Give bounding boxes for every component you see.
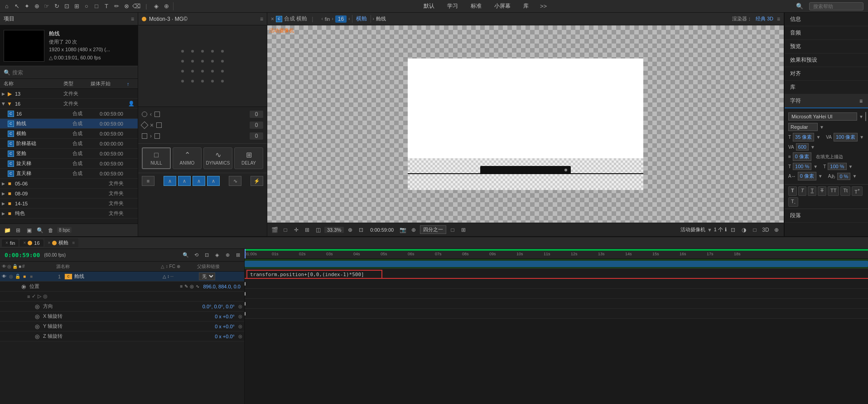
prop-value-position[interactable]: 896.0, 884.0, 0.0 (203, 284, 244, 289)
layer-name[interactable]: 舱线 (74, 273, 163, 280)
prop-value-zrot[interactable]: 0 x +0.0° (215, 334, 238, 339)
prop-reset-icon[interactable]: ◎ (238, 314, 244, 319)
superscript-button[interactable]: T+ (852, 186, 863, 196)
viewer-menu-icon[interactable]: ≡ (777, 16, 780, 22)
effects-panel-item[interactable]: 效果和预设 (785, 54, 868, 67)
color-circle-icon[interactable]: ⊕ (409, 225, 418, 234)
delay-button[interactable]: ⊞ DELAY (234, 147, 263, 169)
parent-select[interactable]: 无 (199, 273, 215, 280)
region-icon[interactable]: ◫ (313, 225, 323, 234)
timeline-search-icon[interactable]: 🔍 (181, 251, 190, 260)
list-item[interactable]: ▶ ■ 05-06 文件夹 (0, 179, 138, 189)
expr-enable-icon[interactable]: ◎ (190, 284, 194, 289)
fill-option[interactable]: 在填充上描边 (816, 154, 843, 160)
viewer-nav-arrow2[interactable]: ‹ (348, 16, 350, 21)
font-color-white[interactable] (865, 112, 866, 121)
list-item[interactable]: C 横舱 合成 0:00:59:00 (0, 129, 138, 139)
zoom-dropdown[interactable]: 33.3% (324, 227, 344, 233)
expression-display[interactable]: transform.position+[0,0,(index-1)*500] (246, 270, 382, 279)
prop-reset-icon[interactable]: ◎ (238, 334, 244, 339)
tl-tool3[interactable]: ◈ (212, 251, 222, 260)
menu-learn[interactable]: 学习 (445, 1, 460, 11)
audio-panel-item[interactable]: 音频 (785, 26, 868, 40)
zoom-icon[interactable]: ⊕ (346, 225, 355, 234)
font-name-input[interactable] (788, 112, 857, 121)
project-search-button[interactable]: 🔍 (35, 226, 44, 235)
viewer-close-icon[interactable]: × (271, 16, 274, 22)
shape-icon[interactable]: □ (92, 2, 101, 10)
null-button[interactable]: □ NULL (142, 147, 171, 169)
grid-toggle-icon[interactable]: ⊞ (303, 225, 312, 234)
list-item[interactable]: C 阶梯基础 合成 0:00:00:00 (0, 139, 138, 149)
tsume-value[interactable]: 0 % (837, 173, 850, 180)
motion-value-3[interactable]: 0 (250, 132, 263, 140)
camera-dropdown-icon[interactable]: ▼ (707, 227, 712, 233)
motion-menu-icon[interactable]: ≡ (260, 16, 263, 22)
draft-3d-icon[interactable]: 3D (761, 225, 770, 234)
character-panel-item[interactable]: 字符 ≡ (785, 94, 868, 108)
quarter-dropdown[interactable]: 四分之一 (420, 225, 446, 234)
list-item[interactable]: C 16 合成 0:00:59:00 (0, 109, 138, 119)
menu-small-screen[interactable]: 小屏幕 (492, 1, 512, 11)
expr-check-icon[interactable]: ✓ (32, 293, 36, 299)
fit-icon[interactable]: ⊡ (357, 225, 366, 234)
preview-panel-item[interactable]: 预览 (785, 40, 868, 54)
scale-v-dropdown[interactable]: ▼ (849, 164, 853, 169)
indent-value[interactable]: 0 像素 (793, 152, 811, 161)
prop-anim-icon[interactable]: ◎ (20, 283, 27, 290)
timeline-playhead[interactable] (245, 249, 246, 258)
wave-btn-ease[interactable]: ∧ (178, 176, 191, 186)
viewer-nav-comp1[interactable]: 横舱 (352, 15, 371, 23)
text-icon[interactable]: T (102, 2, 111, 10)
viewer-nav-num[interactable]: 16 (335, 15, 347, 23)
stroke-size-value[interactable]: 100 像素 (834, 133, 858, 141)
camera-icon[interactable]: ⊡ (63, 2, 71, 10)
camera-info-icon[interactable]: ℹ (725, 227, 727, 233)
viewer-expand-icon[interactable]: ⊞ (459, 225, 468, 234)
list-item[interactable]: C 舱线 合成 0:00:59:00 (0, 119, 138, 129)
prop-xrot-icon[interactable]: ◎ (34, 313, 40, 320)
list-item[interactable]: C 直天梯 合成 0:00:59:00 (0, 169, 138, 179)
label-color[interactable]: ■ (21, 273, 28, 280)
font-style-input[interactable] (788, 123, 818, 131)
stroke-dropdown[interactable]: ▼ (859, 135, 864, 140)
tl-tool5[interactable]: ⊞ (233, 251, 242, 260)
timeline-time-display[interactable]: 0:00:59:00 (2, 252, 43, 258)
viewer-nav-fin[interactable]: fin (325, 16, 330, 22)
prop-value-yrot[interactable]: 0 x +0.0° (215, 324, 238, 329)
switch1[interactable]: △ (163, 274, 166, 279)
prop-value-xrot[interactable]: 0 x +0.0° (215, 314, 238, 319)
stamp-icon[interactable]: ⊗ (122, 2, 130, 10)
list-item[interactable]: ▶ ▶ 13 文件夹 (0, 89, 138, 99)
prop-reset-icon[interactable]: ◎ (238, 324, 244, 329)
camera-toggle-icon[interactable]: 🎬 (270, 225, 279, 234)
tsume-dropdown[interactable]: ▼ (852, 174, 857, 179)
scale-h-value[interactable]: 100 % (793, 163, 811, 170)
list-item[interactable]: ▶ ■ 14-15 文件夹 (0, 199, 138, 209)
strikethrough-button[interactable]: T (818, 186, 826, 196)
tl-tool1[interactable]: ⟲ (192, 251, 201, 260)
solo-icon[interactable]: ◎ (8, 273, 14, 280)
list-item[interactable]: ▶ ▼ 16 文件夹 👤 (0, 99, 138, 109)
snap-icon[interactable]: ⊡ (728, 225, 738, 234)
viewer-renderer-mode[interactable]: 经典 3D (756, 15, 773, 22)
list-item[interactable]: C 竖舱 合成 0:00:59:00 (0, 149, 138, 159)
library-panel-item[interactable]: 库 (785, 81, 868, 94)
scale-h-dropdown[interactable]: ▼ (813, 164, 818, 169)
viewer-canvas[interactable]: 活动摄像机 (267, 25, 784, 223)
underline-button[interactable]: T (808, 186, 816, 196)
timeline-tab-active[interactable]: × 横舱 ≡ (44, 239, 79, 247)
monitor-icon[interactable]: □ (281, 225, 290, 234)
char-menu-icon[interactable]: ≡ (859, 98, 863, 104)
bold-button[interactable]: T (788, 186, 797, 196)
more-workspaces-icon[interactable]: >> (540, 2, 548, 10)
viewer-nav-arrow3[interactable]: › (373, 16, 374, 21)
tracking-dropdown[interactable]: ▼ (818, 174, 823, 179)
tracking-value[interactable]: 0 像素 (798, 172, 816, 180)
expr-graph-icon[interactable]: ∿ (196, 284, 199, 289)
lock-icon[interactable]: 🔓 (14, 273, 21, 280)
tl-tool4[interactable]: ⊕ (223, 251, 232, 260)
scale-v-value[interactable]: 100 % (828, 163, 846, 170)
tab-close-icon[interactable]: × (23, 240, 26, 245)
help-search-input[interactable] (809, 2, 863, 10)
